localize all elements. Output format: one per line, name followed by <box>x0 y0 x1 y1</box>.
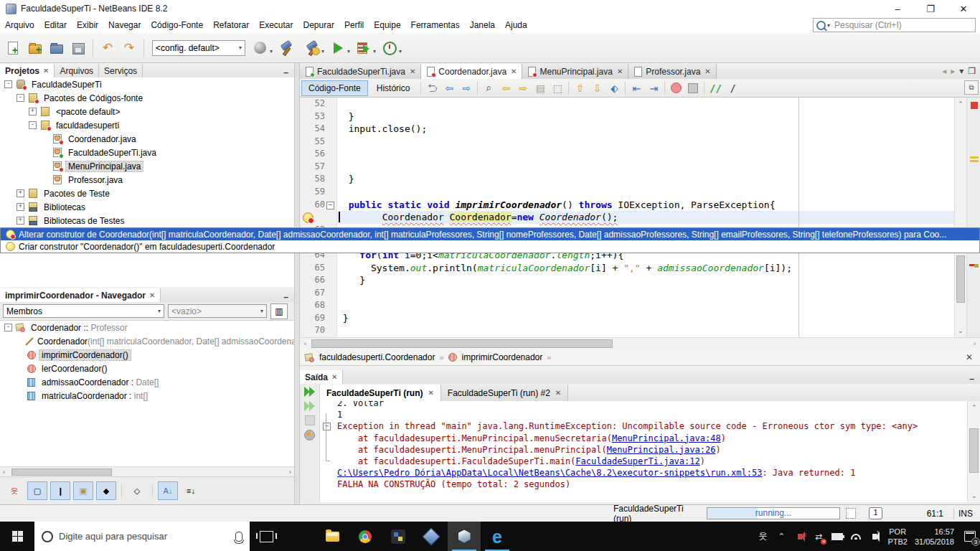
taskbar-task-view-icon[interactable] <box>250 522 283 551</box>
code-line-61[interactable]: Coordenador Coordenador=new Coordenador(… <box>300 211 954 224</box>
quick-search-box[interactable]: ▾ <box>813 18 976 32</box>
restore-button[interactable]: ❐ <box>914 0 947 17</box>
new-file-button[interactable] <box>3 37 24 60</box>
code-line-58[interactable]: 58 } <box>300 173 954 186</box>
projects-item-faculdadesuperti-java[interactable]: FaculdadeSuperTi.java <box>0 146 294 159</box>
editor-vertical-scrollbar[interactable]: ⌃ ⌄ <box>954 98 967 337</box>
projects-item-pacote-default[interactable]: +<pacote default> <box>0 105 294 118</box>
output-panel-tab[interactable]: Saída ✕ <box>300 370 343 384</box>
toggle-highlight-button[interactable]: ▤ <box>532 80 549 96</box>
code-editor[interactable]: 5253 }54 input.close();55565758 }5960− p… <box>300 98 954 337</box>
projects-item-pacotes-de-teste[interactable]: +Pacotes de Teste <box>0 187 294 200</box>
output-minimize-button[interactable]: – <box>963 374 980 384</box>
macro-record-button[interactable] <box>667 80 684 96</box>
navigator-item-admissaocoordenador[interactable]: admissaoCoordenador : Date[] <box>0 375 294 389</box>
expand-icon[interactable]: + <box>29 108 37 116</box>
code-line-59[interactable]: 59 <box>300 186 954 199</box>
code-line-54[interactable]: 54 input.close(); <box>300 123 954 136</box>
toggle-bookmark-button[interactable]: ⬖ <box>606 80 623 96</box>
code-line-57[interactable]: 57 <box>300 161 954 174</box>
navigator-filter-select[interactable]: <vazio> ▾ <box>168 304 267 318</box>
deploy-button[interactable] <box>250 37 271 60</box>
expand-icon[interactable]: + <box>17 203 24 211</box>
navigator-view-select[interactable]: Membros ▾ <box>3 304 164 318</box>
language-indicator[interactable]: POR PTB2 <box>887 527 908 547</box>
hint-item[interactable]: Criar construtor "Coordenador()" em facu… <box>1 240 979 253</box>
navigator-tab[interactable]: imprimirCoordenador - Navegador ✕ <box>0 288 161 302</box>
menu-equipe[interactable]: Equipe <box>369 19 405 32</box>
navigator-tab-close-icon[interactable]: ✕ <box>149 291 155 299</box>
menu-ferramentas[interactable]: Ferramentas <box>406 19 465 32</box>
output-console[interactable]: 2. Voltar1−Exception in thread "main" ja… <box>320 401 967 502</box>
minimize-button[interactable]: – <box>881 0 914 17</box>
code-line-55[interactable]: 55 <box>300 136 954 149</box>
rerun-with-options-button[interactable] <box>304 401 316 411</box>
menu-arquivo[interactable]: Arquivo <box>0 19 39 32</box>
action-center-icon[interactable]: 3 <box>964 531 976 542</box>
tabs-scroll-left-icon[interactable]: ◂ <box>942 66 946 76</box>
code-line-53[interactable]: 53 } <box>300 110 954 123</box>
forward-button[interactable]: ⇨ <box>458 80 475 96</box>
code-line-60[interactable]: 60− public static void imprimirCoordenad… <box>300 199 954 212</box>
breadcrumb-item-faculdadesuperti-coordenador[interactable]: faculdadesuperti.Coordenador <box>319 352 435 362</box>
editor-error-stripe[interactable] <box>966 98 980 337</box>
notifications-icon[interactable]: 1 <box>869 507 882 519</box>
scroll-right-icon[interactable]: › <box>289 467 291 477</box>
output-vertical-scrollbar[interactable]: ⌃ ⌄ <box>967 401 980 502</box>
collapse-icon[interactable]: - <box>4 80 12 88</box>
menu-editar[interactable]: Editar <box>39 19 72 32</box>
editor-tab-menuprincipal-java[interactable]: MenuPrincipal.java✕ <box>522 64 628 79</box>
stop-build-button[interactable] <box>305 415 315 425</box>
navigator-item-coordenador[interactable]: Coordenador(int[] matriculaCoordenador, … <box>0 334 294 348</box>
process-list-icon[interactable] <box>846 508 857 519</box>
find-button[interactable]: ⌕ <box>480 80 497 96</box>
output-panel-close-icon[interactable]: ✕ <box>331 373 337 381</box>
stacktrace-link[interactable]: FaculdadeSuperTi.java:12 <box>575 456 699 466</box>
taskbar-python-icon[interactable] <box>382 522 415 551</box>
panel-splitter[interactable] <box>294 63 300 504</box>
navigator-item-lercoordenador[interactable]: lerCoordenador() <box>0 362 294 375</box>
editor-tab-professor-java[interactable]: Professor.java✕ <box>628 64 716 79</box>
taskbar-chrome-icon[interactable] <box>349 522 382 551</box>
collapse-icon[interactable]: - <box>17 94 24 102</box>
tabs-scroll-right-icon[interactable]: ▸ <box>951 66 955 76</box>
volume-muted-icon[interactable]: ✕ <box>794 531 806 542</box>
projects-item-coordenador-java[interactable]: Coordenador.java <box>0 132 294 146</box>
hint-selected[interactable]: Alterar construtor de Coordenador(int[] … <box>1 228 979 240</box>
code-line-52[interactable]: 52 <box>300 98 954 110</box>
config-select[interactable]: <config. default>▾ <box>152 40 245 56</box>
back-button[interactable]: ⇦ <box>440 80 458 96</box>
code-line-69[interactable]: 69 } <box>300 312 954 325</box>
shift-right-button[interactable]: ⇥ <box>645 80 662 96</box>
tabs-list-dropdown-icon[interactable]: ▾ <box>959 66 963 76</box>
view-button-c-digo-fonte[interactable]: Código-Fonte <box>301 80 368 96</box>
stacktrace-link[interactable]: C:\Users\Pedro Dória\AppData\Local\NetBe… <box>337 468 762 478</box>
tab-close-icon[interactable]: ✕ <box>410 67 415 75</box>
view-button-hist-rico[interactable]: Histórico <box>369 80 418 96</box>
last-edit-button[interactable]: ⮌ <box>423 80 440 96</box>
menu-ajuda[interactable]: Ajuda <box>500 19 532 32</box>
comment-button[interactable]: // <box>707 80 724 96</box>
tray-expand-icon[interactable]: ⌃ <box>776 531 787 542</box>
battery-icon[interactable] <box>831 531 843 542</box>
breadcrumb-item-imprimircoordenador[interactable]: imprimirCoordenador <box>462 352 543 362</box>
show-static-members-button[interactable]: ▣ <box>73 481 93 500</box>
tab-close-icon[interactable]: ✕ <box>43 67 49 75</box>
tab-close-icon[interactable]: ✕ <box>511 67 517 75</box>
sort-by-source-button[interactable]: ≡↓ <box>181 481 201 500</box>
macro-stop-button[interactable] <box>684 80 702 96</box>
search-scope-dropdown-icon[interactable]: ▾ <box>827 22 830 29</box>
scroll-down-icon[interactable]: ⌄ <box>971 491 977 501</box>
expand-icon[interactable]: + <box>17 189 24 197</box>
code-line-56[interactable]: 56 <box>300 148 954 161</box>
sync-error-icon[interactable]: ⇄✕ <box>813 531 824 542</box>
menu-janela[interactable]: Janela <box>465 19 500 32</box>
find-previous-button[interactable]: ⇦ <box>497 80 514 96</box>
collapse-icon[interactable]: - <box>29 121 37 129</box>
menu-exibir[interactable]: Exibir <box>72 19 103 32</box>
navigator-item-imprimircoordenador[interactable]: imprimirCoordenador() <box>0 348 294 362</box>
next-bookmark-button[interactable]: ⇩ <box>588 80 606 96</box>
profile-button[interactable] <box>379 37 400 60</box>
tab-close-icon[interactable]: ✕ <box>705 67 710 75</box>
volume-icon[interactable]: ) <box>869 531 880 542</box>
